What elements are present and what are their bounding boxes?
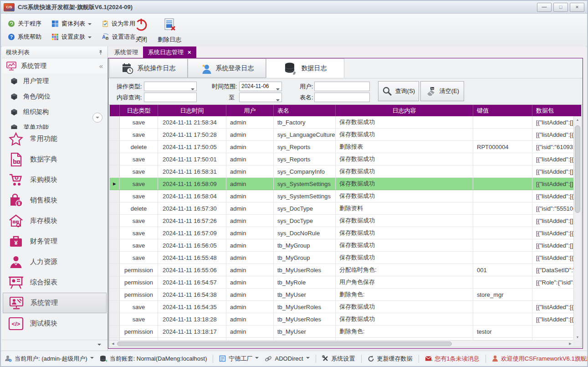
table-cell[interactable]: 保存数据成功 — [336, 116, 473, 128]
table-cell[interactable] — [473, 165, 532, 177]
column-header[interactable]: 数据包 — [532, 105, 581, 116]
sidebar-item-sales[interactable]: ¥ 销售模块 — [2, 190, 107, 211]
table-cell[interactable]: admin — [226, 165, 274, 177]
table-cell[interactable]: permission — [120, 276, 158, 288]
tab-system-management[interactable]: 系统管理 — [109, 47, 143, 58]
table-cell[interactable]: tb_MyGroup — [274, 252, 336, 264]
current-account[interactable]: + 当前账套: Normal(DaMeng:localhost) — [100, 355, 207, 363]
table-cell[interactable]: admin — [226, 178, 274, 190]
table-row[interactable]: save2024-11-11 16:58:04adminsys_SystemSe… — [110, 190, 573, 202]
current-user-menu[interactable]: 当前用户: (admin-超级用户) — [5, 355, 94, 363]
tab-login-log[interactable]: 系统登录日志 — [188, 58, 266, 78]
table-cell[interactable] — [473, 129, 532, 140]
table-cell[interactable]: 2024-11-11 21:58:34 — [158, 116, 226, 128]
tab-system-log-management[interactable]: 系统日志管理 × — [143, 47, 196, 58]
table-cell[interactable]: 2024-11-11 16:57:26 — [158, 215, 226, 227]
table-cell[interactable]: [{"listAdded":[] — [532, 239, 573, 251]
table-cell[interactable]: sys_SystemSettings — [274, 190, 336, 202]
table-row[interactable]: save2024-11-11 16:57:26adminsys_DocType保… — [110, 215, 573, 227]
table-cell[interactable]: 保存数据成功 — [336, 165, 473, 177]
table-cell[interactable]: save — [120, 239, 158, 251]
table-cell[interactable]: 2024-11-11 16:54:35 — [158, 301, 226, 313]
table-cell[interactable]: 删除角色: — [336, 326, 473, 337]
table-row[interactable]: ▶save2024-11-11 16:58:09adminsys_SystemS… — [110, 178, 573, 190]
table-cell[interactable]: testor — [473, 326, 532, 337]
table-cell[interactable]: 用户角色保存 — [336, 276, 473, 288]
table-cell[interactable]: 001 — [473, 264, 532, 276]
sidebar-item-data-dictionary[interactable]: 数据字典 — [2, 149, 107, 170]
table-cell[interactable]: admin — [226, 252, 274, 264]
table-cell[interactable]: admin — [226, 202, 274, 214]
table-row[interactable]: delete2024-11-11 16:57:30adminsys_DocTyp… — [110, 202, 573, 215]
column-header[interactable]: 日志内容 — [336, 105, 473, 116]
table-cell[interactable]: [{"isid":"555106 — [532, 202, 573, 214]
table-cell[interactable]: 2024-11-11 16:54:38 — [158, 289, 226, 300]
table-cell[interactable]: 分配临时角色: — [336, 264, 473, 276]
table-cell[interactable]: save — [120, 165, 158, 177]
table-cell[interactable]: [{"listAdded":[{ — [532, 129, 573, 140]
table-cell[interactable]: 2024-11-11 13:18:28 — [158, 313, 226, 325]
table-cell[interactable] — [473, 153, 532, 165]
table-cell[interactable]: delete — [120, 202, 158, 214]
table-row[interactable]: permission2024-11-11 16:55:06admintb_MyU… — [110, 264, 573, 276]
table-cell[interactable]: admin — [226, 264, 274, 276]
table-cell[interactable]: RPT000004 — [473, 141, 532, 153]
table-cell[interactable] — [473, 178, 532, 190]
table-cell[interactable]: [{"listAdded":[{ — [532, 252, 573, 264]
table-cell[interactable]: 2024-11-11 16:56:05 — [158, 239, 226, 251]
sidebar-item-reports[interactable]: 综合报表 — [2, 272, 107, 293]
table-row[interactable]: save2024-11-11 13:18:28admintb_MyUserRol… — [110, 313, 573, 326]
sidebar-item-user-management[interactable]: 用户管理 — [2, 73, 107, 89]
table-row[interactable]: save2024-11-11 16:57:09adminsys_DocNoRul… — [110, 227, 573, 239]
horizontal-scrollbar[interactable]: ◀ ▶ — [110, 340, 573, 347]
table-row[interactable]: permission2024-11-11 13:18:17admintb_MyU… — [110, 326, 573, 338]
table-cell[interactable]: save — [120, 301, 158, 313]
table-cell[interactable]: permission — [120, 264, 158, 276]
vertical-scroll-thumb[interactable] — [575, 125, 580, 213]
table-cell[interactable]: admin — [226, 215, 274, 227]
help-button[interactable]: ? 系统帮助 — [5, 30, 45, 43]
table-cell[interactable]: tb_MyUser — [274, 326, 336, 337]
table-row[interactable]: save2024-11-11 17:50:28adminsys_Language… — [110, 129, 573, 141]
scroll-left-icon[interactable]: ◀ — [110, 341, 116, 347]
column-header[interactable]: 日志类型 — [120, 105, 158, 116]
table-row[interactable]: save2024-11-11 21:58:34admintb_Factory保存… — [110, 116, 573, 129]
table-cell[interactable]: save — [120, 116, 158, 128]
table-cell[interactable]: 保存数据成功 — [336, 190, 473, 202]
table-cell[interactable]: sys_DocNoRule — [274, 227, 336, 239]
table-cell[interactable] — [473, 239, 532, 251]
date-to-combo[interactable] — [239, 93, 282, 102]
column-header[interactable]: 表名 — [274, 105, 336, 116]
system-settings-button[interactable]: 系统设置 — [322, 355, 355, 363]
table-cell[interactable]: 保存数据成功 — [336, 215, 473, 227]
maximize-button[interactable]: □ — [553, 3, 568, 12]
user-input[interactable] — [314, 82, 370, 91]
table-cell[interactable]: [{"listAdded":[{ — [532, 153, 573, 165]
table-cell[interactable] — [473, 301, 532, 313]
table-cell[interactable]: 保存数据成功 — [336, 178, 473, 190]
scroll-up-icon[interactable]: ▲ — [574, 116, 581, 123]
close-app-button[interactable]: 关闭 — [127, 16, 156, 45]
delete-log-button[interactable]: 删除日志 — [153, 16, 186, 45]
sidebar-scroll-down-button[interactable] — [92, 113, 102, 123]
table-cell[interactable]: sys_LanguageCulture — [274, 129, 336, 140]
table-cell[interactable]: 2024-11-11 17:50:05 — [158, 141, 226, 153]
table-cell[interactable]: 保存数据成功 — [336, 153, 473, 165]
sidebar-item-purchasing[interactable]: 采购模块 — [2, 170, 107, 190]
table-row[interactable]: save2024-11-11 16:56:05admintb_MyGroup保存… — [110, 239, 573, 252]
table-cell[interactable]: save — [120, 129, 158, 140]
table-cell[interactable]: sys_CompanyInfo — [274, 165, 336, 177]
sidebar-item-common-functions[interactable]: 常用功能 — [2, 129, 107, 149]
table-cell[interactable] — [473, 276, 532, 288]
table-cell[interactable]: admin — [226, 116, 274, 128]
table-cell[interactable]: 保存数据成功 — [336, 301, 473, 313]
table-cell[interactable]: admin — [226, 239, 274, 251]
table-cell[interactable]: sys_Reports — [274, 153, 336, 165]
table-cell[interactable]: 2024-11-11 16:58:31 — [158, 165, 226, 177]
table-cell[interactable]: sys_Reports — [274, 141, 336, 153]
table-cell[interactable] — [473, 190, 532, 202]
date-from-combo[interactable]: 2024-11-06 — [239, 82, 282, 91]
column-header[interactable]: 键值 — [473, 105, 532, 116]
sidebar-item-finance[interactable]: ¥ 财务管理 — [2, 231, 107, 252]
tab-operation-log[interactable]: 系统操作日志 — [109, 58, 188, 78]
